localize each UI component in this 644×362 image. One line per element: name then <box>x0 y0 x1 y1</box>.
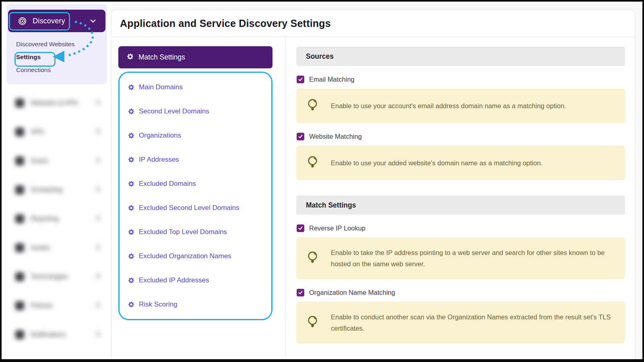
discovery-menu-panel: Discovery Discovered Websites Settings C… <box>6 4 107 84</box>
gear-icon <box>128 108 134 115</box>
submenu-item-settings[interactable]: Settings <box>6 51 107 64</box>
gear-icon <box>127 53 134 62</box>
settings-nav-item[interactable]: Main Domains <box>120 75 271 99</box>
main-panel: Application and Service Discovery Settin… <box>111 10 635 359</box>
settings-nav-item[interactable]: Excluded Second Level Domains <box>120 196 271 220</box>
blurred-icon <box>15 330 24 339</box>
settings-nav-item[interactable]: Excluded Domains <box>120 172 271 196</box>
setting-tip-text: Enable to use your account's email addre… <box>331 100 566 111</box>
lightbulb-icon <box>307 315 318 330</box>
settings-content: Sources Email Matching Enable to use you… <box>286 37 635 359</box>
settings-section: Sources Email Matching Enable to use you… <box>296 47 625 180</box>
sidebar-blurred-item[interactable]: Websites & APIs <box>2 88 111 117</box>
gear-icon <box>128 277 134 284</box>
settings-nav-item[interactable]: Second Level Domains <box>120 99 271 123</box>
sidebar-blurred-item[interactable]: Scheduling <box>2 175 111 204</box>
settings-nav-item[interactable]: Risk Scoring <box>120 292 271 317</box>
settings-nav-item[interactable]: IP Addresses <box>120 148 271 172</box>
setting-label: Email Matching <box>309 76 355 83</box>
chevron-right-icon <box>96 156 101 165</box>
settings-nav-item[interactable]: Excluded Top Level Domains <box>120 220 271 244</box>
sidebar: Discovery Discovered Websites Settings C… <box>2 2 111 359</box>
blurred-icon <box>15 128 24 136</box>
chevron-right-icon <box>96 214 101 223</box>
sidebar-blurred-item[interactable]: Reporting <box>2 204 111 233</box>
submenu-item-connections[interactable]: Connections <box>6 64 107 76</box>
setting-tip: Enable to use your added website's domai… <box>296 146 625 180</box>
chevron-right-icon <box>96 301 101 310</box>
settings-nav-item[interactable]: Excluded IP Addresses <box>120 268 271 292</box>
gear-icon <box>128 84 134 90</box>
settings-nav: Match Settings Main Domains Second Level… <box>111 37 286 359</box>
blurred-icon <box>15 243 24 252</box>
gear-icon <box>128 229 134 235</box>
setting-label: Website Matching <box>309 133 362 140</box>
blurred-icon <box>15 185 24 194</box>
setting-checkbox[interactable] <box>297 224 304 232</box>
gear-icon <box>128 156 134 163</box>
sidebar-blurred-nav: Websites & APIs APIs Scans Scheduling Re… <box>2 88 111 349</box>
submenu-item-discovered-websites[interactable]: Discovered Websites <box>6 38 107 51</box>
sidebar-blurred-item[interactable]: Policies <box>2 291 111 320</box>
lightbulb-icon <box>307 155 318 171</box>
chevron-down-icon[interactable] <box>89 17 97 26</box>
setting-checkbox[interactable] <box>297 76 304 83</box>
chevron-right-icon <box>96 272 101 281</box>
chevron-right-icon <box>96 185 101 194</box>
gear-icon <box>128 301 134 308</box>
setting: Website Matching Enable to use your adde… <box>296 133 625 180</box>
lightbulb-icon <box>307 251 318 266</box>
settings-nav-item[interactable]: Excluded Organization Names <box>120 244 271 268</box>
blurred-icon <box>15 214 24 223</box>
gear-icon <box>128 181 134 187</box>
gear-icon <box>128 253 134 259</box>
page-header: Application and Service Discovery Settin… <box>111 10 635 37</box>
setting-checkbox[interactable] <box>297 133 304 140</box>
bullseye-icon <box>18 16 27 26</box>
sidebar-blurred-item[interactable]: Scans <box>2 146 111 175</box>
setting-checkbox[interactable] <box>297 289 304 296</box>
chevron-right-icon <box>96 128 101 136</box>
setting-tip-text: Enable to take the IP address pointing t… <box>331 247 611 269</box>
lightbulb-icon <box>307 98 318 113</box>
blurred-icon <box>15 156 24 165</box>
setting-tip: Enable to conduct another scan via the O… <box>296 302 625 343</box>
section-header: Match Settings <box>296 195 625 215</box>
setting: Organization Name Matching Enable to con… <box>296 289 625 343</box>
app-window: Discovery Discovered Websites Settings C… <box>0 0 644 362</box>
discovery-menu-button[interactable]: Discovery <box>8 10 105 32</box>
sidebar-blurred-item[interactable]: Technologies <box>2 262 111 291</box>
blurred-icon <box>15 301 24 310</box>
setting-tip-text: Enable to conduct another scan via the O… <box>331 311 611 334</box>
settings-section: Match Settings Reverse IP Lookup Enable … <box>296 195 625 343</box>
discovery-menu-label: Discovery <box>33 17 65 25</box>
setting-tip-text: Enable to use your added website's domai… <box>331 157 543 169</box>
setting: Email Matching Enable to use your accoun… <box>296 76 625 123</box>
annotation-highlight-nav-list: Main Domains Second Level Domains Organi… <box>118 72 272 320</box>
setting-label: Reverse IP Lookup <box>309 224 365 232</box>
discovery-submenu: Discovered Websites Settings Connections <box>6 38 107 76</box>
nav-active-label: Match Settings <box>138 53 185 62</box>
section-header: Sources <box>296 47 625 66</box>
blurred-icon <box>15 99 24 107</box>
setting-tip: Enable to use your account's email addre… <box>296 88 625 123</box>
setting: Reverse IP Lookup Enable to take the IP … <box>296 224 625 279</box>
gear-icon <box>128 205 134 211</box>
setting-tip: Enable to take the IP address pointing t… <box>296 237 625 279</box>
sidebar-blurred-item[interactable]: Assets <box>2 233 111 262</box>
nav-item-match-settings-active[interactable]: Match Settings <box>118 46 272 68</box>
chevron-right-icon <box>96 330 101 339</box>
chevron-right-icon <box>96 243 101 252</box>
gear-icon <box>128 132 134 139</box>
sidebar-blurred-item[interactable]: APIs <box>2 117 111 146</box>
chevron-right-icon <box>96 99 101 107</box>
settings-nav-item[interactable]: Organizations <box>120 123 271 148</box>
page-title: Application and Service Discovery Settin… <box>120 18 625 29</box>
sidebar-blurred-item[interactable]: Notifications <box>2 320 111 349</box>
setting-label: Organization Name Matching <box>309 289 395 296</box>
blurred-icon <box>15 272 24 281</box>
